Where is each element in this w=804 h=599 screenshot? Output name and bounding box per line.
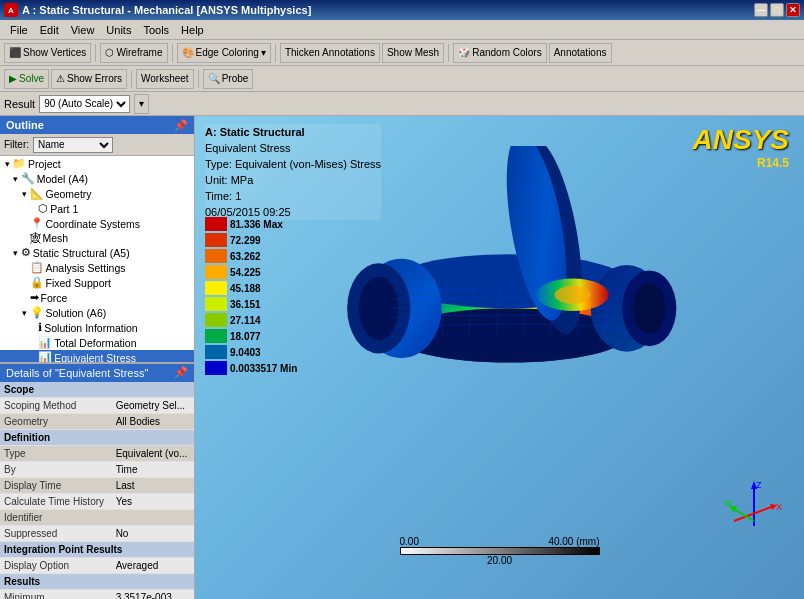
menu-edit[interactable]: Edit [34,22,65,38]
3d-model-view [275,146,744,462]
result-options-button[interactable]: ▾ [134,94,149,114]
scale-right: 40.00 (mm) [548,536,599,547]
sep3 [275,44,276,62]
show-vertices-button[interactable]: ⬛ Show Vertices [4,43,91,63]
scale-left: 0.00 [400,536,419,547]
tree-item[interactable]: ℹSolution Information [0,320,194,335]
scale-mid: 20.00 [487,555,512,566]
tree-item[interactable]: 🕸Mesh [0,231,194,245]
tree-item[interactable]: ▾⚙Static Structural (A5) [0,245,194,260]
svg-text:Z: Z [756,480,762,490]
detail-key: By [0,462,112,478]
detail-key: Scoping Method [0,398,112,414]
probe-button[interactable]: 🔍 Probe [203,69,254,89]
detail-value: Equivalent (vo... [112,446,194,462]
pin-icon[interactable]: 📌 [174,119,188,132]
show-errors-button[interactable]: ⚠ Show Errors [51,69,127,89]
detail-value [112,510,194,526]
sep5 [131,70,132,88]
tree-item[interactable]: 📋Analysis Settings [0,260,194,275]
legend-label: 72.299 [230,235,261,246]
minimize-button[interactable]: — [754,3,768,17]
details-table: ScopeScoping MethodGeometry Sel...Geomet… [0,382,194,600]
legend-color-swatch [205,265,227,279]
info-title: A: Static Structural [205,124,381,140]
details-row: SuppressedNo [0,526,194,542]
details-row: Minimum3.3517e-003 [0,590,194,600]
svg-text:W: W [724,498,733,508]
legend-label: 18.077 [230,331,261,342]
tree-item[interactable]: ⬡Part 1 [0,201,194,216]
tree-item[interactable]: ▾💡Solution (A6) [0,305,194,320]
details-row: GeometryAll Bodies [0,414,194,430]
details-row: Display OptionAveraged [0,558,194,574]
edge-coloring-icon: 🎨 [182,47,194,58]
svg-point-29 [555,286,591,304]
edge-coloring-button[interactable]: 🎨 Edge Coloring ▾ [177,43,271,63]
detail-key: Display Time [0,478,112,494]
detail-key: Calculate Time History [0,494,112,510]
detail-key: Minimum [0,590,112,600]
menu-help[interactable]: Help [175,22,210,38]
random-colors-button[interactable]: 🎲 Random Colors [453,43,546,63]
maximize-button[interactable]: □ [770,3,784,17]
tree-item[interactable]: ▾📐Geometry [0,186,194,201]
details-header: Details of "Equivalent Stress" 📌 [0,364,194,382]
filter-select[interactable]: Name [33,137,113,153]
sep2 [172,44,173,62]
wireframe-button[interactable]: ⬡ Wireframe [100,43,167,63]
detail-key: Identifier [0,510,112,526]
tree-item[interactable]: ▾📁Project [0,156,194,171]
sep4 [448,44,449,62]
close-button[interactable]: ✕ [786,3,800,17]
legend-label: 63.262 [230,251,261,262]
filter-label: Filter: [4,139,29,150]
annotations-button[interactable]: Annotations [549,43,612,63]
menu-file[interactable]: File [4,22,34,38]
details-pin-icon[interactable]: 📌 [174,366,188,379]
detail-value: All Bodies [112,414,194,430]
details-panel: Details of "Equivalent Stress" 📌 ScopeSc… [0,363,194,600]
scale-indicator: 0.00 40.00 (mm) 20.00 [400,536,600,566]
detail-value: Geometry Sel... [112,398,194,414]
details-row: ByTime [0,462,194,478]
menu-units[interactable]: Units [100,22,137,38]
sep6 [198,70,199,88]
tree-item[interactable]: ➡Force [0,290,194,305]
menu-view[interactable]: View [65,22,101,38]
thicken-annotations-button[interactable]: Thicken Annotations [280,43,380,63]
result-bar: Result 90 (Auto Scale) ▾ [0,92,804,116]
solve-button[interactable]: ▶ Solve [4,69,49,89]
svg-point-9 [633,283,665,334]
probe-icon: 🔍 [208,73,220,84]
legend-color-swatch [205,249,227,263]
viewport[interactable]: A: Static Structural Equivalent Stress T… [195,116,804,599]
tree-item[interactable]: 🔒Fixed Support [0,275,194,290]
tree-item[interactable]: 📊Equivalent Stress [0,350,194,363]
legend-color-swatch [205,281,227,295]
window-controls[interactable]: — □ ✕ [754,3,800,17]
legend-color-swatch [205,329,227,343]
toolbar-solve: ▶ Solve ⚠ Show Errors Worksheet 🔍 Probe [0,66,804,92]
detail-value: 3.3517e-003 [112,590,194,600]
detail-key: Geometry [0,414,112,430]
tree-item[interactable]: ▾🔧Model (A4) [0,171,194,186]
detail-key: Suppressed [0,526,112,542]
legend-color-swatch [205,361,227,375]
titlebar: A A : Static Structural - Mechanical [AN… [0,0,804,20]
legend-color-swatch [205,217,227,231]
result-scale-select[interactable]: 90 (Auto Scale) [39,95,130,113]
legend-label: 45.188 [230,283,261,294]
worksheet-button[interactable]: Worksheet [136,69,194,89]
detail-value: Averaged [112,558,194,574]
tree-item[interactable]: 📊Total Deformation [0,335,194,350]
orientation-axes: Z X W [724,476,784,536]
details-row: Calculate Time HistoryYes [0,494,194,510]
details-row: Scoping MethodGeometry Sel... [0,398,194,414]
show-mesh-button[interactable]: Show Mesh [382,43,444,63]
details-row: Identifier [0,510,194,526]
tree-item[interactable]: 📍Coordinate Systems [0,216,194,231]
error-icon: ⚠ [56,73,65,84]
wireframe-icon: ⬡ [105,47,114,58]
menu-tools[interactable]: Tools [137,22,175,38]
